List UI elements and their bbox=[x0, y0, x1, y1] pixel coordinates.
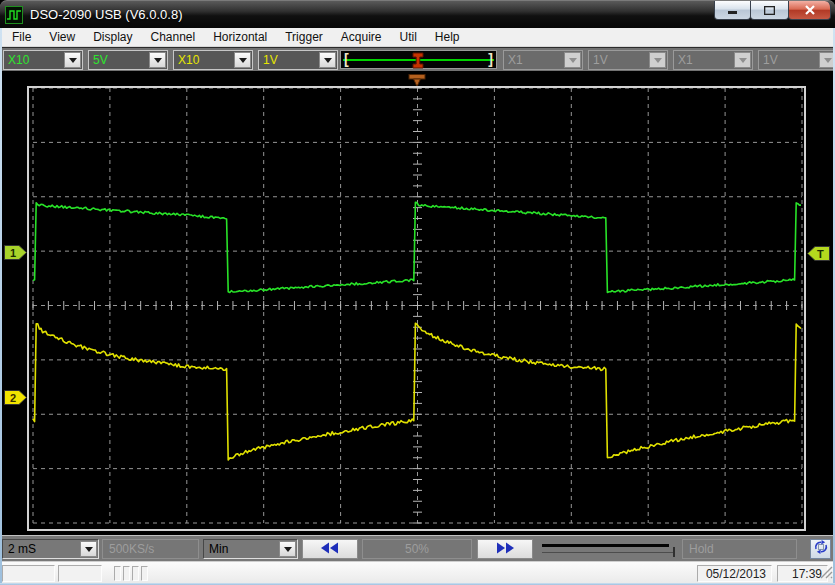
dropdown-arrow-icon[interactable] bbox=[319, 52, 336, 68]
minimize-icon bbox=[728, 1, 738, 19]
aux1-volts-div-combo: 1V bbox=[588, 50, 668, 70]
status-panel bbox=[58, 565, 102, 582]
ch2-volts-div-value: 1V bbox=[263, 52, 278, 69]
dropdown-arrow-icon bbox=[734, 52, 751, 68]
ch1-volts-div-value: 5V bbox=[93, 52, 108, 69]
close-icon bbox=[805, 1, 815, 19]
trigger-position-bar[interactable]: [ ] bbox=[340, 50, 497, 69]
dropdown-arrow-icon[interactable] bbox=[80, 541, 97, 557]
slider-thumb[interactable] bbox=[673, 547, 675, 557]
close-button[interactable] bbox=[788, 1, 831, 20]
horizontal-toolbar: 2 mS 500KS/s Min 50% Hold bbox=[0, 535, 835, 561]
ch2-zero-marker[interactable]: 2 bbox=[4, 390, 27, 409]
pan-right-button[interactable] bbox=[477, 539, 533, 559]
ch2-attenuation-combo[interactable]: X10 bbox=[173, 50, 253, 70]
dropdown-arrow-icon bbox=[564, 52, 581, 68]
pan-left-button[interactable] bbox=[302, 539, 358, 559]
menu-horizontal[interactable]: Horizontal bbox=[204, 28, 276, 46]
aux1-attenuation-combo: X1 bbox=[503, 50, 583, 70]
ch2-volts-div-combo[interactable]: 1V bbox=[258, 50, 338, 70]
waveform-plot bbox=[29, 88, 804, 529]
resize-grip[interactable] bbox=[820, 565, 833, 583]
menu-trigger[interactable]: Trigger bbox=[276, 28, 332, 46]
double-right-arrow-icon bbox=[495, 540, 515, 558]
aux1-volts-div-value: 1V bbox=[593, 52, 608, 69]
ch2-attenuation-value: X10 bbox=[178, 52, 199, 69]
aux2-volts-div-combo: 1V bbox=[758, 50, 835, 70]
aux2-attenuation-combo: X1 bbox=[673, 50, 753, 70]
scope-client-area: 1 2 T bbox=[0, 71, 835, 535]
date-panel: 05/12/2013 bbox=[697, 565, 772, 582]
window-title: DSO-2090 USB (V6.0.0.8) bbox=[30, 1, 182, 28]
slider-rail bbox=[542, 544, 669, 547]
ch1-attenuation-value: X10 bbox=[8, 52, 29, 69]
dropdown-arrow-icon[interactable] bbox=[279, 541, 296, 557]
trigger-position-percent: 50% bbox=[405, 541, 429, 558]
aux2-attenuation-value: X1 bbox=[678, 52, 693, 69]
minimize-button[interactable] bbox=[714, 1, 751, 20]
menu-display[interactable]: Display bbox=[84, 28, 141, 46]
holdoff-slider[interactable] bbox=[540, 539, 678, 559]
right-bracket: ] bbox=[488, 51, 493, 68]
refresh-icon bbox=[814, 540, 828, 558]
sample-rate-value: 500KS/s bbox=[109, 541, 154, 558]
window-border-left bbox=[0, 28, 2, 585]
dropdown-arrow-icon[interactable] bbox=[234, 52, 251, 68]
toolbar: X10 5V X10 1V [ ] X1 1V bbox=[0, 47, 835, 71]
status-panel bbox=[141, 566, 148, 581]
menu-view[interactable]: View bbox=[40, 28, 84, 46]
app-window: DSO-2090 USB (V6.0.0.8) File View Displa… bbox=[0, 0, 835, 585]
menu-bar: File View Display Channel Horizontal Tri… bbox=[0, 28, 835, 47]
hold-label: Hold bbox=[689, 541, 714, 558]
status-panel bbox=[132, 566, 139, 581]
menu-channel[interactable]: Channel bbox=[142, 28, 205, 46]
title-bar[interactable]: DSO-2090 USB (V6.0.0.8) bbox=[0, 0, 835, 28]
ch1-zero-marker[interactable]: 1 bbox=[4, 245, 27, 264]
menu-acquire[interactable]: Acquire bbox=[332, 28, 391, 46]
status-date: 05/12/2013 bbox=[706, 567, 766, 581]
acquisition-mode-value: Min bbox=[209, 541, 228, 558]
double-left-arrow-icon bbox=[320, 540, 340, 558]
dropdown-arrow-icon[interactable] bbox=[64, 52, 81, 68]
ch1-volts-div-combo[interactable]: 5V bbox=[88, 50, 168, 70]
acquisition-mode-combo[interactable]: Min bbox=[203, 539, 298, 559]
trigger-level-marker[interactable]: T bbox=[807, 246, 830, 265]
status-panel bbox=[114, 566, 121, 581]
svg-text:2: 2 bbox=[10, 392, 16, 404]
maximize-button[interactable] bbox=[750, 1, 789, 20]
left-bracket: [ bbox=[344, 51, 349, 68]
status-panel bbox=[123, 566, 130, 581]
dropdown-arrow-icon[interactable] bbox=[149, 52, 166, 68]
app-icon bbox=[5, 6, 23, 28]
ch1-attenuation-combo[interactable]: X10 bbox=[3, 50, 83, 70]
hold-panel: Hold bbox=[682, 539, 797, 559]
aux2-volts-div-value: 1V bbox=[763, 52, 778, 69]
menu-help[interactable]: Help bbox=[426, 28, 469, 46]
trigger-position-percent-panel: 50% bbox=[362, 539, 472, 559]
timebase-combo[interactable]: 2 mS bbox=[2, 539, 99, 559]
trigger-position-handle-icon[interactable] bbox=[412, 52, 424, 73]
status-bar: 05/12/2013 17:39 bbox=[0, 561, 835, 585]
slider-scale bbox=[542, 552, 675, 553]
timebase-value: 2 mS bbox=[8, 541, 36, 558]
oscilloscope-display[interactable] bbox=[27, 86, 806, 531]
refresh-button[interactable] bbox=[810, 539, 831, 559]
status-panel bbox=[2, 565, 55, 582]
menu-file[interactable]: File bbox=[3, 28, 40, 46]
maximize-icon bbox=[764, 1, 775, 19]
svg-text:1: 1 bbox=[10, 247, 16, 259]
aux1-attenuation-value: X1 bbox=[508, 52, 523, 69]
status-time: 17:39 bbox=[792, 567, 822, 581]
dropdown-arrow-icon bbox=[649, 52, 666, 68]
menu-util[interactable]: Util bbox=[391, 28, 426, 46]
sample-rate-panel: 500KS/s bbox=[102, 539, 199, 559]
svg-text:T: T bbox=[817, 248, 824, 260]
